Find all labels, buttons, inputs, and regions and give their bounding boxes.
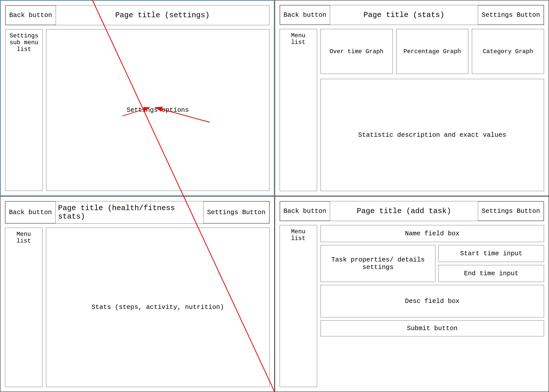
health-stats-page-title: Page title (health/fitness stats) [56,201,203,223]
stats-page: Back button Page title (stats) Settings … [275,0,549,196]
category-graph[interactable]: Category Graph [472,29,544,74]
settings-page-title: Page title (settings) [56,5,269,25]
task-details-row: Task properties/ details settings Start … [321,245,544,282]
health-stats-back-button[interactable]: Back button [5,201,56,223]
add-task-content-area: Menu list Name field box Task properties… [280,225,544,387]
stats-menu-list: Menu list [280,29,317,191]
name-field-box[interactable]: Name field box [321,225,544,242]
stats-main-content: Over time Graph Percentage Graph Categor… [321,29,544,191]
settings-submenu-list: Settings sub menu list [5,29,43,191]
add-task-settings-button[interactable]: Settings Button [478,201,544,221]
health-stats-settings-button[interactable]: Settings Button [203,201,269,223]
stats-page-title: Page title (stats) [330,5,478,25]
settings-options: Settings options [46,29,269,191]
add-task-header: Back button Page title (add task) Settin… [280,201,544,221]
health-stats-menu-list: Menu list [5,228,42,387]
stats-settings-button[interactable]: Settings Button [478,5,544,25]
health-stats-page: Back button Page title (health/fitness s… [0,196,275,392]
stats-content-area: Menu list Over time Graph Percentage Gra… [280,29,544,191]
settings-header: Back button Page title (settings) [5,5,269,25]
graphs-row: Over time Graph Percentage Graph Categor… [321,29,544,74]
settings-content-area: Settings sub menu list Settings options [5,29,269,191]
settings-back-button[interactable]: Back button [5,5,56,25]
add-task-menu-list: Menu list [280,225,317,387]
stats-description: Statistic description and exact values [321,79,544,191]
add-task-back-button[interactable]: Back button [280,201,330,221]
add-task-page: Back button Page title (add task) Settin… [275,196,549,392]
desc-field-box[interactable]: Desc field box [321,285,544,317]
task-properties-box[interactable]: Task properties/ details settings [321,245,436,282]
submit-button[interactable]: Submit button [321,320,544,336]
settings-page: Back button Page title (settings) Settin… [0,0,275,196]
health-stats-content-area: Menu list Stats (steps, activity, nutrit… [5,228,270,387]
end-time-input[interactable]: End time input [438,265,544,282]
health-stats-header: Back button Page title (health/fitness s… [5,201,270,224]
percentage-graph[interactable]: Percentage Graph [396,29,468,74]
health-stats-main: Stats (steps, activity, nutrition) [46,228,270,387]
stats-header: Back button Page title (stats) Settings … [280,5,544,25]
stats-back-button[interactable]: Back button [280,5,330,25]
start-time-input[interactable]: Start time input [438,245,544,262]
add-task-fields: Name field box Task properties/ details … [321,225,544,387]
time-inputs-column: Start time input End time input [438,245,544,282]
add-task-page-title: Page title (add task) [330,201,478,221]
over-time-graph[interactable]: Over time Graph [321,29,393,74]
